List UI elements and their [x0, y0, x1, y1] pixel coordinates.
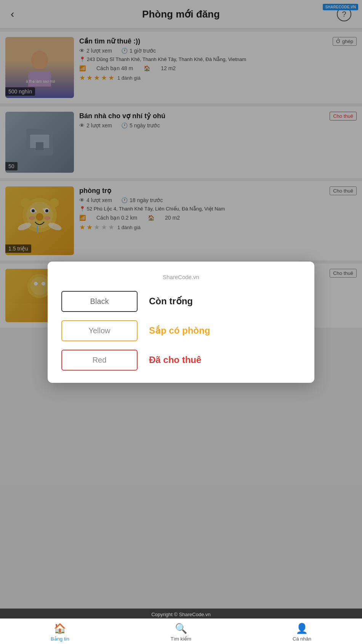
modal-rows: Black Còn trống Yellow Sắp có phòng Red … [61, 291, 301, 371]
nav-item-profile[interactable]: 👤 Cá nhân [293, 623, 311, 642]
modal-row: Red Đã cho thuê [61, 350, 301, 371]
black-label: Còn trống [149, 296, 193, 307]
red-badge[interactable]: Red [61, 350, 138, 371]
red-label: Đã cho thuê [149, 355, 201, 365]
black-badge[interactable]: Black [61, 291, 138, 312]
modal-source: ShareCode.vn [61, 274, 301, 280]
search-icon: 🔍 [175, 623, 187, 634]
yellow-badge[interactable]: Yellow [61, 320, 138, 341]
nav-item-search[interactable]: 🔍 Tìm kiếm [171, 623, 191, 642]
profile-icon: 👤 [296, 623, 308, 634]
bottom-navigation: 🏠 Bảng tin 🔍 Tìm kiếm 👤 Cá nhân [0, 618, 362, 644]
color-legend-modal: ShareCode.vn Black Còn trống Yellow Sắp … [48, 262, 314, 383]
nav-label-search: Tìm kiếm [171, 636, 191, 642]
home-icon: 🏠 [54, 623, 66, 634]
nav-label-profile: Cá nhân [293, 636, 311, 642]
nav-item-home[interactable]: 🏠 Bảng tin [51, 623, 69, 642]
yellow-label: Sắp có phòng [149, 325, 210, 336]
modal-overlay[interactable]: ShareCode.vn Black Còn trống Yellow Sắp … [0, 0, 362, 644]
nav-label-home: Bảng tin [51, 636, 69, 642]
modal-row: Yellow Sắp có phòng [61, 320, 301, 341]
modal-row: Black Còn trống [61, 291, 301, 312]
